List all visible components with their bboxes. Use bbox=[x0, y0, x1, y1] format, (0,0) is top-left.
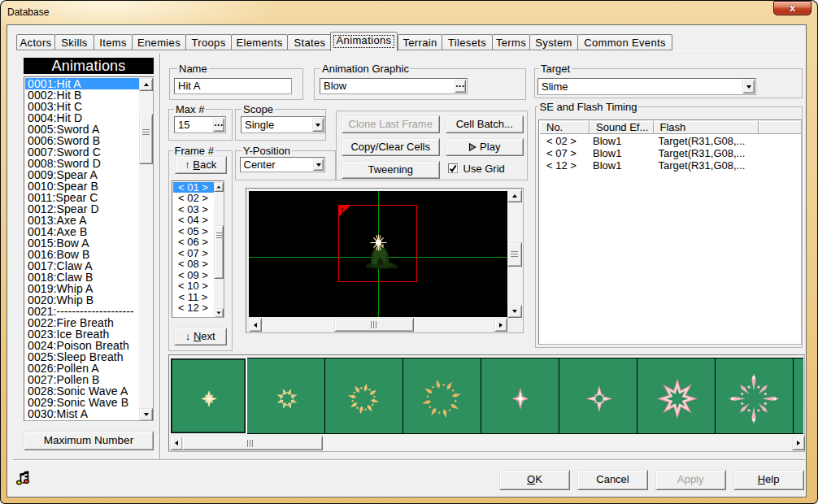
svg-text:1: 1 bbox=[340, 206, 344, 214]
